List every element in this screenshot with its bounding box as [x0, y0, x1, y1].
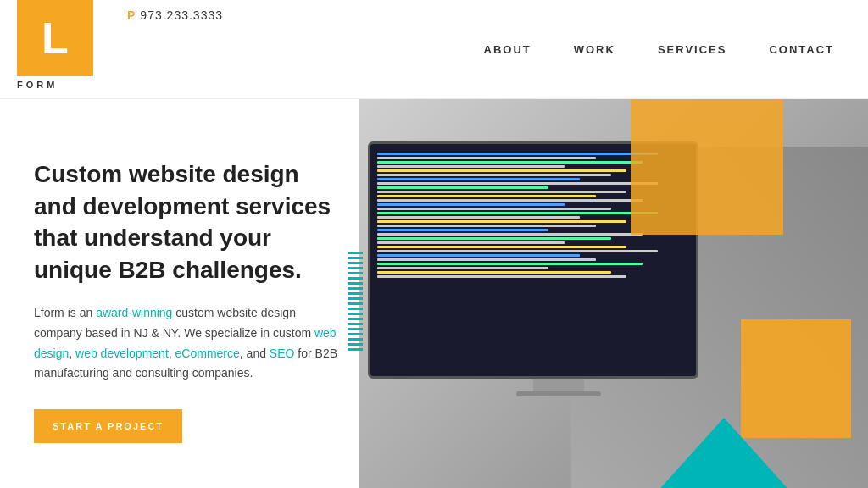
- nav-work[interactable]: WORK: [574, 43, 615, 56]
- body-prefix: Lform is an: [34, 306, 96, 319]
- link-ecommerce[interactable]: eCommerce: [175, 347, 240, 360]
- logo-letter: L: [42, 16, 69, 60]
- link-award-winning[interactable]: award-winning: [96, 306, 172, 319]
- phone-number: 973.233.3333: [140, 8, 223, 22]
- monitor-base: [516, 391, 601, 396]
- link-seo[interactable]: SEO: [270, 347, 295, 360]
- body-sep3: , and: [240, 347, 270, 360]
- logo-box[interactable]: L: [17, 0, 93, 76]
- hero-headline: Custom website design and development se…: [34, 158, 339, 286]
- main-nav: ABOUT WORK SERVICES CONTACT: [484, 43, 835, 56]
- nav-contact[interactable]: CONTACT: [769, 43, 834, 56]
- start-project-button[interactable]: START A PROJECT: [34, 409, 182, 443]
- shape-yellow-top-right: [631, 99, 783, 235]
- phone-area: P 973.233.3333: [127, 8, 223, 22]
- nav-services[interactable]: SERVICES: [658, 43, 727, 56]
- link-web-development[interactable]: web development: [75, 347, 169, 360]
- hero-body: Lform is an award-winning custom website…: [34, 303, 339, 384]
- shape-teal-bottom-right: [648, 418, 800, 488]
- nav-about[interactable]: ABOUT: [484, 43, 531, 56]
- hero-content: Custom website design and development se…: [0, 125, 373, 477]
- logo-area: L FORM: [17, 8, 93, 90]
- body-sep1: ,: [69, 347, 75, 360]
- phone-prefix: P: [127, 8, 135, 22]
- monitor-stand: [533, 379, 584, 391]
- teal-bars: [348, 252, 363, 351]
- body-sep2: ,: [169, 347, 175, 360]
- site-header: L FORM P 973.233.3333 ABOUT WORK SERVICE…: [0, 0, 868, 99]
- hero-section: ⌘ Custom website design and development …: [0, 99, 868, 488]
- logo-name: FORM: [17, 80, 58, 90]
